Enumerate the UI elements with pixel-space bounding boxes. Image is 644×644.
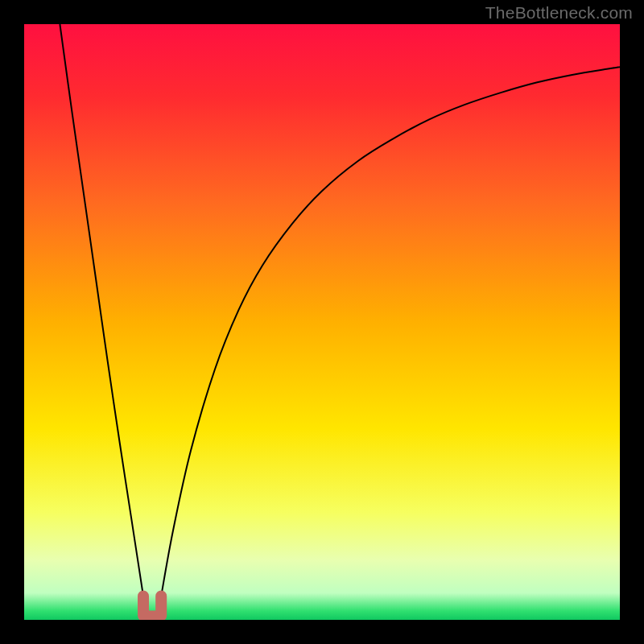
chart-frame: TheBottleneck.com	[0, 0, 644, 644]
chart-svg	[24, 24, 620, 620]
gradient-background	[24, 24, 620, 620]
plot-area	[24, 24, 620, 620]
attribution-text: TheBottleneck.com	[485, 3, 633, 23]
